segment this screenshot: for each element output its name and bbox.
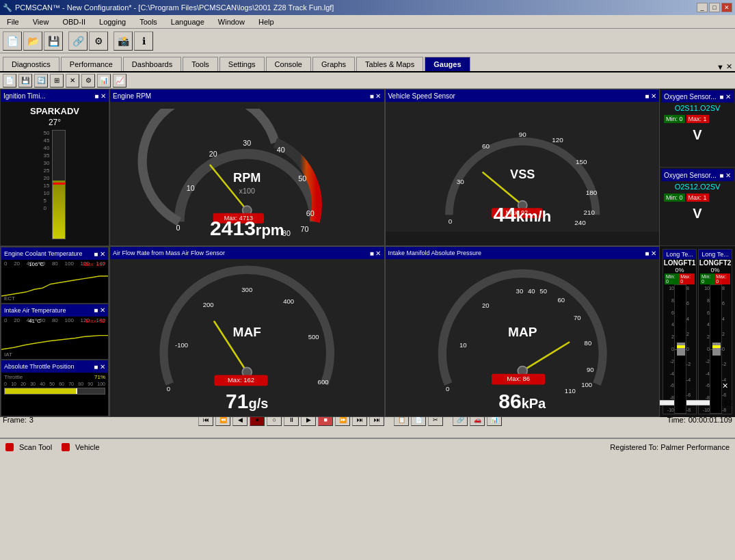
ect-title-bar: Engine Coolant Temperature ■ ✕: [1, 248, 108, 260]
longft1-panel: Long Te... LONGFT1 0% Min: 0 Max: 0 1086…: [663, 249, 697, 414]
o2s11-label: O2S11.O2SV: [661, 103, 734, 114]
menu-tools[interactable]: Tools: [135, 16, 161, 27]
status-left: Scan Tool Vehicle: [5, 443, 100, 451]
sub-btn-4[interactable]: ⊞: [50, 74, 64, 88]
ect-small-panel: Engine Coolant Temperature ■ ✕ 020406080…: [1, 247, 109, 304]
vss-close[interactable]: ■ ✕: [645, 92, 656, 100]
svg-text:30: 30: [243, 139, 251, 147]
menu-language[interactable]: Language: [167, 16, 209, 27]
sub-btn-7[interactable]: 📊: [97, 74, 111, 88]
connect-button[interactable]: 🔗: [68, 31, 88, 51]
tab-gauges[interactable]: Gauges: [425, 57, 470, 71]
throttle-label: Throttle: [4, 374, 23, 380]
menu-view[interactable]: View: [29, 16, 53, 27]
menu-logging[interactable]: Logging: [95, 16, 130, 27]
vehicle-label: Vehicle: [75, 443, 99, 451]
sub-btn-6[interactable]: ⚙: [81, 74, 95, 88]
svg-text:120: 120: [552, 136, 563, 144]
svg-text:10: 10: [187, 184, 195, 192]
menu-help[interactable]: Help: [254, 16, 278, 27]
svg-text:0: 0: [448, 217, 452, 225]
svg-text:150: 150: [575, 158, 587, 165]
maximize-button[interactable]: □: [709, 3, 720, 12]
rpm-panel: Engine RPM ■ ✕: [109, 89, 385, 246]
svg-text:110: 110: [564, 387, 575, 395]
close-button[interactable]: ✕: [721, 3, 732, 12]
vss-title: Vehicle Speed Sensor: [388, 92, 455, 100]
rpm-close[interactable]: ■ ✕: [370, 92, 382, 100]
maf-title-bar: Air Flow Rate from Mass Air Flow Sensor …: [110, 247, 384, 259]
tab-tables-maps[interactable]: Tables & Maps: [356, 57, 423, 71]
tab-dashboards[interactable]: Dashboards: [123, 57, 181, 71]
settings-button[interactable]: ⚙: [89, 31, 108, 51]
map-title: Intake Manifold Absolute Pressure: [388, 250, 482, 256]
svg-text:70: 70: [573, 314, 580, 321]
tab-performance[interactable]: Performance: [61, 57, 122, 71]
tab-console[interactable]: Console: [266, 57, 311, 71]
minimize-button[interactable]: _: [697, 3, 708, 12]
iat-title-bar: Intake Air Temperature ■ ✕: [1, 304, 108, 317]
o2s12-close[interactable]: ■ ✕: [719, 172, 731, 179]
longft1-label: LONGFT1: [663, 259, 696, 267]
svg-text:50: 50: [539, 287, 547, 295]
o2s12-value: V: [661, 203, 734, 224]
sub-btn-8[interactable]: 📈: [113, 74, 126, 88]
svg-text:50: 50: [298, 174, 306, 183]
throttle-close[interactable]: ■ ✕: [94, 363, 105, 371]
open-button[interactable]: 📂: [23, 31, 42, 51]
menu-window[interactable]: Window: [214, 16, 249, 27]
o2-panel: Oxygen Sensor... ■ ✕ O2S11.O2SV Min: 0 M…: [660, 89, 735, 246]
svg-text:20: 20: [209, 150, 217, 158]
svg-text:180: 180: [585, 189, 597, 196]
ect-panel: Engine Coolant Temperature ■ ✕ 020406080…: [0, 246, 109, 417]
map-title-bar: Intake Manifold Absolute Pressure ■ ✕: [386, 247, 660, 259]
svg-text:80: 80: [584, 339, 591, 347]
screenshot-button[interactable]: 📸: [113, 31, 133, 51]
rpm-value: 2413rpm: [210, 217, 284, 240]
o2s11-panel: Oxygen Sensor... ■ ✕ O2S11.O2SV Min: 0 M…: [660, 89, 735, 168]
window-controls: _ □ ✕: [697, 3, 732, 12]
sub-btn-1[interactable]: 📄: [3, 74, 16, 88]
menu-file[interactable]: File: [3, 16, 23, 27]
tab-dropdown[interactable]: ▼: [717, 63, 724, 71]
svg-text:x100: x100: [239, 187, 255, 195]
svg-text:30: 30: [456, 178, 464, 185]
longft1-title: Long Te...: [663, 250, 696, 259]
svg-text:MAF: MAF: [233, 325, 261, 339]
tab-diagnostics[interactable]: Diagnostics: [3, 57, 59, 71]
info-button[interactable]: ℹ: [134, 31, 153, 51]
title-bar: 🔧 PCMSCAN™ - New Configuration* - [C:\Pr…: [0, 0, 735, 15]
new-button[interactable]: 📄: [3, 31, 22, 51]
iat-value: 41°C: [29, 318, 41, 324]
longft2-label: LONGFT2: [699, 259, 732, 267]
save-button[interactable]: 💾: [44, 31, 63, 51]
tab-graphs[interactable]: Graphs: [312, 57, 355, 71]
scan-tool-indicator: [5, 443, 14, 451]
longft2-title: Long Te...: [699, 250, 732, 259]
sub-btn-5[interactable]: ✕: [66, 74, 79, 88]
throttle-title: Absolute Throttle Position: [4, 363, 74, 370]
map-gauge-svg: 0 10 20 30 40 50 60 70 80 90 100 110 MAP…: [386, 259, 660, 396]
maf-close[interactable]: ■ ✕: [370, 250, 382, 257]
o2s11-close[interactable]: ■ ✕: [719, 93, 731, 101]
sub-btn-3[interactable]: 🔄: [34, 74, 48, 88]
tab-tools[interactable]: Tools: [183, 57, 218, 71]
iat-close[interactable]: ■ ✕: [94, 306, 105, 314]
throttle-small-panel: Absolute Throttle Position ■ ✕ Throttle …: [1, 360, 109, 416]
ignition-close[interactable]: ■ ✕: [94, 92, 106, 100]
throttle-value: 71%: [94, 374, 105, 380]
sub-btn-2[interactable]: 💾: [18, 74, 32, 88]
ect-close[interactable]: ■ ✕: [94, 250, 105, 258]
svg-text:30: 30: [516, 287, 523, 295]
window-title: 🔧 PCMSCAN™ - New Configuration* - [C:\Pr…: [3, 3, 334, 12]
ect-label: ECT: [4, 295, 15, 302]
tab-close[interactable]: ✕: [726, 62, 732, 71]
map-close[interactable]: ■ ✕: [645, 250, 656, 257]
svg-text:60: 60: [482, 142, 490, 150]
o2s12-label: O2S12.O2SV: [661, 181, 734, 192]
tab-settings[interactable]: Settings: [219, 57, 265, 71]
menu-obd2[interactable]: OBD-II: [58, 16, 90, 27]
ignition-title-bar: Ignition Timi... ■ ✕: [1, 90, 109, 102]
vehicle-indicator: [62, 443, 70, 451]
maf-title: Air Flow Rate from Mass Air Flow Sensor: [113, 250, 225, 256]
